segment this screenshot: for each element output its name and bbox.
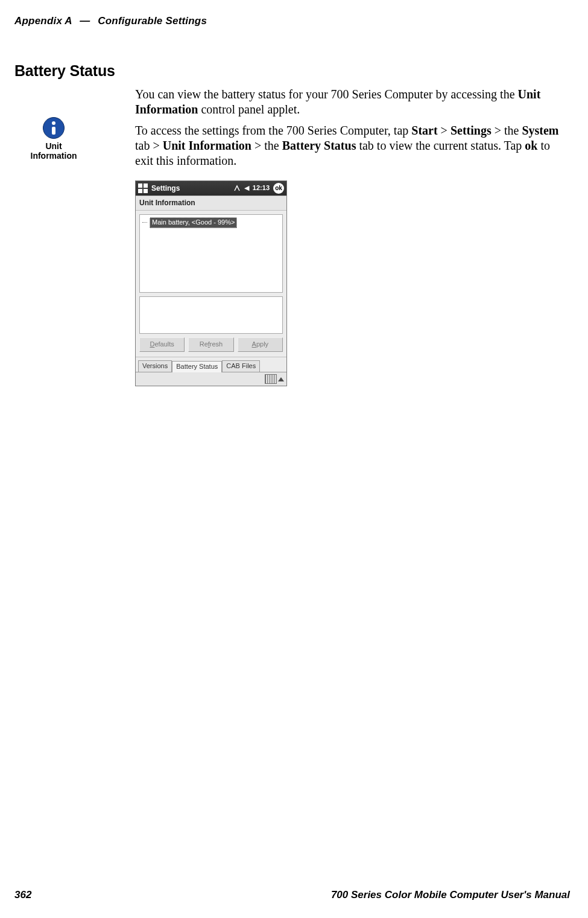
info-icon	[43, 117, 65, 139]
header-appendix-letter: A	[65, 15, 72, 27]
icon-caption-line1: Unit	[31, 141, 77, 151]
tab-cab-files[interactable]: CAB Files	[222, 360, 260, 372]
pda-app-title: Settings	[151, 184, 230, 193]
icon-caption-line2: Information	[31, 151, 77, 161]
battery-details-pane	[139, 296, 283, 334]
page-footer: 362 700 Series Color Mobile Computer Use…	[14, 889, 570, 901]
tab-bar: Versions Battery Status CAB Files	[136, 357, 286, 372]
tree-item-label: Main battery, <Good - 99%>	[150, 217, 237, 228]
keyboard-icon[interactable]	[265, 374, 277, 384]
defaults-button[interactable]: Defaults	[139, 337, 185, 352]
start-icon[interactable]	[138, 183, 148, 193]
panel-title: Unit Information	[136, 196, 286, 211]
refresh-button[interactable]: Refresh	[188, 337, 233, 352]
manual-title: 700 Series Color Mobile Computer User's …	[331, 889, 570, 901]
paragraph-2: To access the settings from the 700 Seri…	[135, 123, 570, 168]
ok-button[interactable]: ok	[273, 183, 284, 194]
unit-information-icon-block: Unit Information	[14, 117, 93, 161]
sip-bar	[136, 372, 286, 386]
page-number: 362	[14, 889, 31, 901]
tree-connector-icon	[142, 222, 147, 223]
tree-item-main-battery[interactable]: Main battery, <Good - 99%>	[142, 217, 280, 228]
tab-battery-status[interactable]: Battery Status	[172, 361, 222, 372]
paragraph-1: You can view the battery status for your…	[135, 87, 570, 117]
page-title: Battery Status	[14, 62, 570, 80]
tab-versions[interactable]: Versions	[138, 360, 172, 372]
clock: 12:13	[253, 184, 270, 193]
apply-button[interactable]: Apply	[238, 337, 283, 352]
running-header: Appendix A — Configurable Settings	[14, 15, 570, 27]
header-title: Configurable Settings	[98, 15, 207, 27]
sip-up-arrow-icon[interactable]	[278, 377, 284, 381]
header-appendix-word: Appendix	[14, 15, 62, 27]
pda-titlebar: Settings ◀ 12:13 ok	[136, 181, 286, 196]
battery-tree-pane[interactable]: Main battery, <Good - 99%>	[139, 214, 283, 293]
header-dash: —	[80, 15, 90, 27]
connectivity-icon[interactable]	[233, 185, 241, 192]
volume-icon[interactable]: ◀	[244, 184, 249, 193]
screenshot-unit-information: Settings ◀ 12:13 ok Unit Information Mai…	[135, 180, 287, 386]
